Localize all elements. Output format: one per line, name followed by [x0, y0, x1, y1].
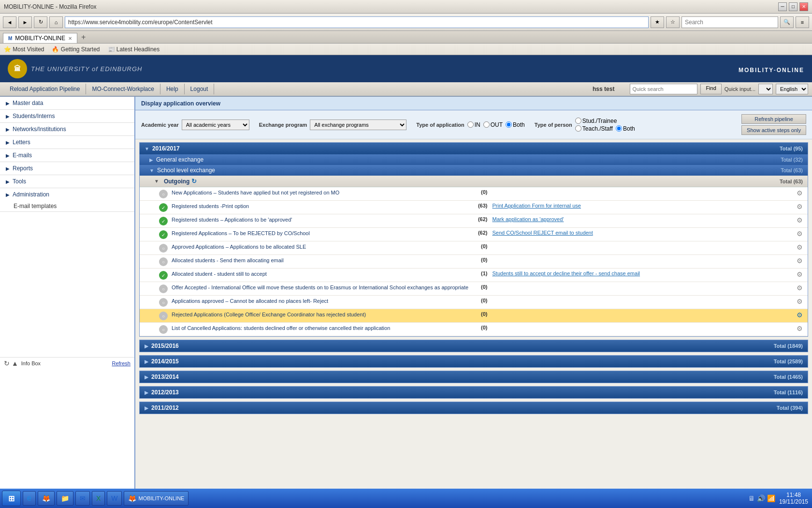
- row-action[interactable]: Mark application as 'approved': [493, 216, 794, 222]
- bookmark-getting-started[interactable]: 🔥 Getting Started: [52, 46, 100, 53]
- pipeline-row-allocated-email[interactable]: ○ Allocated students - Send them allocat…: [140, 255, 808, 269]
- find-button[interactable]: 🔍: [780, 16, 794, 28]
- type-radio-in[interactable]: IN: [467, 121, 480, 128]
- year-header-2013-2014[interactable]: ▶ 2013/2014 Total (1465): [140, 371, 808, 383]
- gear-icon[interactable]: ⚙: [797, 284, 803, 292]
- radio-teach[interactable]: [575, 125, 581, 132]
- pipeline-row-registered-approved[interactable]: ✓ Registered students – Applications to …: [140, 214, 808, 228]
- taskbar-app-word[interactable]: W: [107, 491, 122, 506]
- tab-close-icon[interactable]: ✕: [68, 36, 72, 41]
- back-button[interactable]: ◄: [3, 16, 16, 28]
- sidebar-item-students-interns[interactable]: ▶ Students/Interns: [0, 110, 134, 122]
- year-header-2014-2015[interactable]: ▶ 2014/2015 Total (2589): [140, 356, 808, 367]
- gear-icon[interactable]: ⚙: [797, 257, 803, 265]
- type-radio-both[interactable]: Both: [506, 121, 525, 128]
- sidebar-item-tools[interactable]: ▶ Tools: [0, 175, 134, 188]
- person-radio-both[interactable]: Both: [616, 125, 635, 132]
- bookmark-button[interactable]: ★: [651, 16, 664, 28]
- close-button[interactable]: ✕: [799, 2, 808, 11]
- row-action[interactable]: Send CO/School REJECT email to student: [493, 230, 794, 236]
- reload-pipeline-nav[interactable]: Reload Application Pipeline: [4, 84, 86, 94]
- gear-icon[interactable]: ⚙: [797, 325, 803, 332]
- sidebar-item-reports[interactable]: ▶ Reports: [0, 162, 134, 175]
- home-button[interactable]: ⌂: [49, 16, 63, 28]
- gear-icon[interactable]: ⚙: [797, 270, 803, 278]
- person-radio-stud[interactable]: Stud./Trainee: [575, 118, 617, 124]
- gear-icon[interactable]: ⚙: [797, 243, 803, 251]
- new-tab-button[interactable]: +: [77, 31, 89, 43]
- pipeline-row-rejected-apps[interactable]: ○ Rejected Applications (College Office/…: [140, 309, 808, 323]
- gear-icon[interactable]: ⚙: [797, 311, 803, 319]
- quick-search-input[interactable]: [630, 84, 697, 94]
- start-button[interactable]: ⊞: [2, 491, 21, 506]
- gear-icon[interactable]: ⚙: [797, 216, 803, 224]
- pipeline-row-registered-rejected[interactable]: ✓ Registered Applications – To be REJECT…: [140, 228, 808, 241]
- type-radio-out[interactable]: OUT: [483, 121, 503, 128]
- history-button[interactable]: ☆: [666, 16, 680, 28]
- sidebar-item-master-data[interactable]: ▶ Master data: [0, 97, 134, 109]
- taskbar-app-ie[interactable]: e: [23, 491, 36, 506]
- taskbar-app-outlook[interactable]: ✉: [75, 491, 90, 506]
- taskbar-app-excel[interactable]: X: [92, 491, 105, 506]
- outgoing-refresh-icon[interactable]: ↻: [191, 178, 197, 185]
- year-header-2015-2016[interactable]: ▶ 2015/2016 Total (1849): [140, 340, 808, 352]
- forward-button[interactable]: ►: [18, 16, 32, 28]
- radio-out[interactable]: [483, 121, 490, 128]
- gear-icon[interactable]: ⚙: [797, 189, 803, 197]
- language-select[interactable]: English: [776, 84, 808, 94]
- maximize-button[interactable]: □: [789, 2, 798, 11]
- radio-both[interactable]: [506, 121, 512, 128]
- pipeline-row-cancelled-apps[interactable]: ○ List of Cancelled Applications: studen…: [140, 323, 808, 336]
- general-exchange-header[interactable]: ▶ General exchange Total (32): [140, 154, 808, 165]
- pipeline-row-offer-accepted[interactable]: ○ Offer Accepted - International Office …: [140, 282, 808, 296]
- pipeline-row-allocated-accept[interactable]: ✓ Allocated student - student still to a…: [140, 269, 808, 282]
- info-box-arrows[interactable]: ↻ ▲: [4, 359, 18, 367]
- year-header-2012-2013[interactable]: ▶ 2012/2013 Total (1116): [140, 387, 808, 398]
- sidebar-bottom-bar: ↻ ▲ Info Box Refresh: [0, 357, 134, 369]
- active-tab[interactable]: M MOBILITY-ONLINE ✕: [3, 33, 77, 43]
- logout-nav[interactable]: Logout: [185, 84, 215, 94]
- person-radio-teach[interactable]: Teach./Staff: [575, 125, 613, 132]
- refresh-link[interactable]: Refresh: [112, 360, 130, 366]
- exchange-program-select[interactable]: All exchange programs: [310, 120, 406, 130]
- browser-search-input[interactable]: [682, 16, 778, 28]
- pipeline-row-registered-print[interactable]: ✓ Registered students -Print option (63)…: [140, 201, 808, 214]
- find-button[interactable]: Find: [700, 84, 721, 94]
- academic-year-select[interactable]: All academic years: [182, 120, 249, 130]
- sidebar-sub-email-templates[interactable]: E-mail templates: [0, 201, 134, 211]
- year-header-2016-2017[interactable]: ▼ 2016/2017 Total (95): [140, 143, 808, 154]
- help-nav[interactable]: Help: [160, 84, 185, 94]
- outgoing-toggle-icon[interactable]: ▼: [154, 179, 159, 184]
- radio-in[interactable]: [467, 121, 474, 128]
- sidebar-item-networks[interactable]: ▶ Networks/Institutions: [0, 123, 134, 135]
- address-bar[interactable]: [65, 16, 649, 28]
- taskbar-app-files[interactable]: 📁: [57, 491, 73, 506]
- gear-icon[interactable]: ⚙: [797, 230, 803, 238]
- quick-input-select[interactable]: [758, 84, 773, 94]
- pipeline-row-approved-sle[interactable]: ○ Approved Applications – Applications t…: [140, 241, 808, 255]
- sidebar-item-administration[interactable]: ▶ Administration: [0, 188, 134, 201]
- row-action[interactable]: Students still to accept or decline thei…: [493, 270, 794, 276]
- taskbar-app-firefox2[interactable]: 🦊 MOBILITY-ONLINE: [124, 491, 188, 506]
- reload-button[interactable]: ↻: [34, 16, 47, 28]
- menu-button[interactable]: ≡: [796, 16, 809, 28]
- bookmark-most-visited[interactable]: ⭐ Most Visited: [4, 46, 44, 53]
- pipeline-row-cannot-allocate[interactable]: ○ Applications approved – Cannot be allo…: [140, 296, 808, 309]
- sidebar-item-letters[interactable]: ▶ Letters: [0, 136, 134, 149]
- row-action[interactable]: Print Application Form for internal use: [493, 203, 794, 209]
- radio-both-person[interactable]: [616, 125, 622, 132]
- radio-stud[interactable]: [575, 118, 581, 124]
- minimize-button[interactable]: ─: [778, 2, 787, 11]
- gear-icon[interactable]: ⚙: [797, 298, 803, 305]
- year-header-2011-2012[interactable]: ▶ 2011/2012 Total (394): [140, 402, 808, 414]
- bookmark-latest-headlines[interactable]: 📰 Latest Headlines: [108, 46, 160, 53]
- mo-connect-nav[interactable]: MO-Connect-Workplace: [86, 84, 160, 94]
- refresh-pipeline-button[interactable]: Refresh pipeline: [741, 114, 806, 124]
- pipeline-row-new-apps[interactable]: ○ New Applications – Students have appli…: [140, 187, 808, 201]
- show-active-steps-button[interactable]: Show active steps only: [741, 125, 806, 135]
- sidebar-item-emails[interactable]: ▶ E-mails: [0, 149, 134, 162]
- gear-icon[interactable]: ⚙: [797, 203, 803, 210]
- taskbar-app-firefox1[interactable]: 🦊: [38, 491, 55, 506]
- display-header: Display application overview: [135, 97, 812, 110]
- school-level-header[interactable]: ▼ School level exchange Total (63): [140, 165, 808, 176]
